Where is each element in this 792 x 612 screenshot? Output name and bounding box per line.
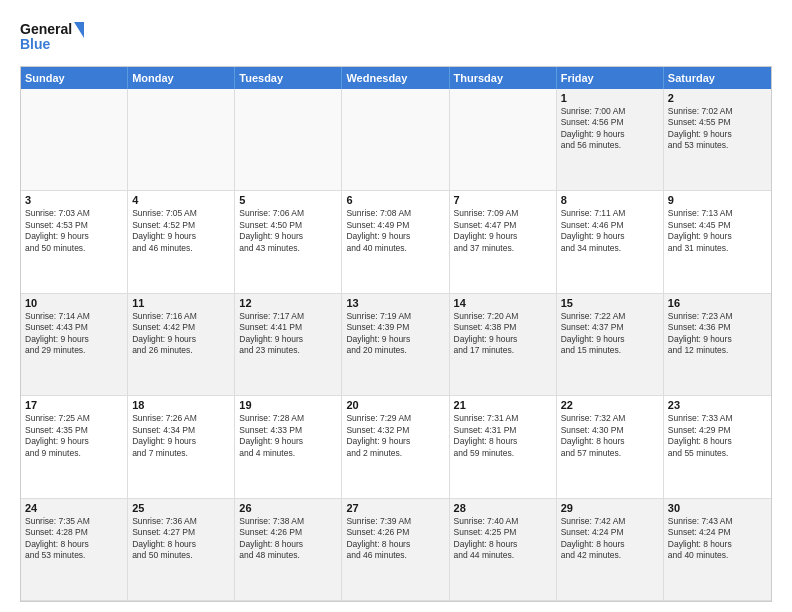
header-day-monday: Monday <box>128 67 235 89</box>
day-cell-12: 12Sunrise: 7:17 AM Sunset: 4:41 PM Dayli… <box>235 294 342 396</box>
day-cell-16: 16Sunrise: 7:23 AM Sunset: 4:36 PM Dayli… <box>664 294 771 396</box>
day-info: Sunrise: 7:39 AM Sunset: 4:26 PM Dayligh… <box>346 516 444 562</box>
day-number: 3 <box>25 194 123 206</box>
empty-cell <box>21 89 128 191</box>
svg-marker-2 <box>74 22 84 38</box>
day-info: Sunrise: 7:00 AM Sunset: 4:56 PM Dayligh… <box>561 106 659 152</box>
day-number: 12 <box>239 297 337 309</box>
day-info: Sunrise: 7:03 AM Sunset: 4:53 PM Dayligh… <box>25 208 123 254</box>
day-cell-20: 20Sunrise: 7:29 AM Sunset: 4:32 PM Dayli… <box>342 396 449 498</box>
day-cell-3: 3Sunrise: 7:03 AM Sunset: 4:53 PM Daylig… <box>21 191 128 293</box>
day-info: Sunrise: 7:40 AM Sunset: 4:25 PM Dayligh… <box>454 516 552 562</box>
day-info: Sunrise: 7:02 AM Sunset: 4:55 PM Dayligh… <box>668 106 767 152</box>
day-cell-10: 10Sunrise: 7:14 AM Sunset: 4:43 PM Dayli… <box>21 294 128 396</box>
header-day-wednesday: Wednesday <box>342 67 449 89</box>
day-number: 19 <box>239 399 337 411</box>
day-info: Sunrise: 7:16 AM Sunset: 4:42 PM Dayligh… <box>132 311 230 357</box>
day-cell-1: 1Sunrise: 7:00 AM Sunset: 4:56 PM Daylig… <box>557 89 664 191</box>
day-info: Sunrise: 7:14 AM Sunset: 4:43 PM Dayligh… <box>25 311 123 357</box>
header-day-friday: Friday <box>557 67 664 89</box>
day-cell-2: 2Sunrise: 7:02 AM Sunset: 4:55 PM Daylig… <box>664 89 771 191</box>
day-info: Sunrise: 7:22 AM Sunset: 4:37 PM Dayligh… <box>561 311 659 357</box>
day-info: Sunrise: 7:19 AM Sunset: 4:39 PM Dayligh… <box>346 311 444 357</box>
day-number: 9 <box>668 194 767 206</box>
day-info: Sunrise: 7:43 AM Sunset: 4:24 PM Dayligh… <box>668 516 767 562</box>
day-number: 28 <box>454 502 552 514</box>
day-number: 18 <box>132 399 230 411</box>
day-number: 5 <box>239 194 337 206</box>
day-number: 1 <box>561 92 659 104</box>
day-cell-18: 18Sunrise: 7:26 AM Sunset: 4:34 PM Dayli… <box>128 396 235 498</box>
day-cell-9: 9Sunrise: 7:13 AM Sunset: 4:45 PM Daylig… <box>664 191 771 293</box>
header-day-tuesday: Tuesday <box>235 67 342 89</box>
header-day-thursday: Thursday <box>450 67 557 89</box>
empty-cell <box>450 89 557 191</box>
day-cell-7: 7Sunrise: 7:09 AM Sunset: 4:47 PM Daylig… <box>450 191 557 293</box>
day-info: Sunrise: 7:08 AM Sunset: 4:49 PM Dayligh… <box>346 208 444 254</box>
day-info: Sunrise: 7:42 AM Sunset: 4:24 PM Dayligh… <box>561 516 659 562</box>
day-cell-27: 27Sunrise: 7:39 AM Sunset: 4:26 PM Dayli… <box>342 499 449 601</box>
day-cell-17: 17Sunrise: 7:25 AM Sunset: 4:35 PM Dayli… <box>21 396 128 498</box>
day-info: Sunrise: 7:17 AM Sunset: 4:41 PM Dayligh… <box>239 311 337 357</box>
logo-svg: GeneralBlue <box>20 16 90 58</box>
day-cell-22: 22Sunrise: 7:32 AM Sunset: 4:30 PM Dayli… <box>557 396 664 498</box>
logo: GeneralBlue <box>20 16 90 58</box>
day-number: 15 <box>561 297 659 309</box>
day-info: Sunrise: 7:13 AM Sunset: 4:45 PM Dayligh… <box>668 208 767 254</box>
day-info: Sunrise: 7:05 AM Sunset: 4:52 PM Dayligh… <box>132 208 230 254</box>
day-info: Sunrise: 7:11 AM Sunset: 4:46 PM Dayligh… <box>561 208 659 254</box>
day-info: Sunrise: 7:26 AM Sunset: 4:34 PM Dayligh… <box>132 413 230 459</box>
day-info: Sunrise: 7:38 AM Sunset: 4:26 PM Dayligh… <box>239 516 337 562</box>
day-info: Sunrise: 7:29 AM Sunset: 4:32 PM Dayligh… <box>346 413 444 459</box>
day-info: Sunrise: 7:31 AM Sunset: 4:31 PM Dayligh… <box>454 413 552 459</box>
day-info: Sunrise: 7:36 AM Sunset: 4:27 PM Dayligh… <box>132 516 230 562</box>
day-number: 16 <box>668 297 767 309</box>
day-number: 11 <box>132 297 230 309</box>
day-info: Sunrise: 7:06 AM Sunset: 4:50 PM Dayligh… <box>239 208 337 254</box>
page: GeneralBlue SundayMondayTuesdayWednesday… <box>0 0 792 612</box>
day-number: 4 <box>132 194 230 206</box>
day-cell-8: 8Sunrise: 7:11 AM Sunset: 4:46 PM Daylig… <box>557 191 664 293</box>
day-cell-19: 19Sunrise: 7:28 AM Sunset: 4:33 PM Dayli… <box>235 396 342 498</box>
day-number: 8 <box>561 194 659 206</box>
day-info: Sunrise: 7:33 AM Sunset: 4:29 PM Dayligh… <box>668 413 767 459</box>
day-info: Sunrise: 7:28 AM Sunset: 4:33 PM Dayligh… <box>239 413 337 459</box>
day-cell-29: 29Sunrise: 7:42 AM Sunset: 4:24 PM Dayli… <box>557 499 664 601</box>
day-number: 7 <box>454 194 552 206</box>
day-info: Sunrise: 7:35 AM Sunset: 4:28 PM Dayligh… <box>25 516 123 562</box>
day-cell-23: 23Sunrise: 7:33 AM Sunset: 4:29 PM Dayli… <box>664 396 771 498</box>
svg-text:General: General <box>20 21 72 37</box>
day-number: 21 <box>454 399 552 411</box>
day-cell-25: 25Sunrise: 7:36 AM Sunset: 4:27 PM Dayli… <box>128 499 235 601</box>
day-number: 17 <box>25 399 123 411</box>
calendar: SundayMondayTuesdayWednesdayThursdayFrid… <box>20 66 772 602</box>
day-info: Sunrise: 7:25 AM Sunset: 4:35 PM Dayligh… <box>25 413 123 459</box>
empty-cell <box>235 89 342 191</box>
day-number: 10 <box>25 297 123 309</box>
header: GeneralBlue <box>20 16 772 58</box>
day-info: Sunrise: 7:32 AM Sunset: 4:30 PM Dayligh… <box>561 413 659 459</box>
day-number: 22 <box>561 399 659 411</box>
day-info: Sunrise: 7:20 AM Sunset: 4:38 PM Dayligh… <box>454 311 552 357</box>
day-number: 6 <box>346 194 444 206</box>
day-number: 25 <box>132 502 230 514</box>
empty-cell <box>128 89 235 191</box>
day-info: Sunrise: 7:23 AM Sunset: 4:36 PM Dayligh… <box>668 311 767 357</box>
calendar-header: SundayMondayTuesdayWednesdayThursdayFrid… <box>21 67 771 89</box>
header-day-sunday: Sunday <box>21 67 128 89</box>
empty-cell <box>342 89 449 191</box>
day-cell-26: 26Sunrise: 7:38 AM Sunset: 4:26 PM Dayli… <box>235 499 342 601</box>
day-number: 24 <box>25 502 123 514</box>
day-cell-21: 21Sunrise: 7:31 AM Sunset: 4:31 PM Dayli… <box>450 396 557 498</box>
day-number: 26 <box>239 502 337 514</box>
header-day-saturday: Saturday <box>664 67 771 89</box>
day-number: 29 <box>561 502 659 514</box>
svg-text:Blue: Blue <box>20 36 51 52</box>
day-info: Sunrise: 7:09 AM Sunset: 4:47 PM Dayligh… <box>454 208 552 254</box>
day-cell-28: 28Sunrise: 7:40 AM Sunset: 4:25 PM Dayli… <box>450 499 557 601</box>
day-number: 30 <box>668 502 767 514</box>
day-cell-6: 6Sunrise: 7:08 AM Sunset: 4:49 PM Daylig… <box>342 191 449 293</box>
day-cell-4: 4Sunrise: 7:05 AM Sunset: 4:52 PM Daylig… <box>128 191 235 293</box>
day-cell-11: 11Sunrise: 7:16 AM Sunset: 4:42 PM Dayli… <box>128 294 235 396</box>
day-cell-13: 13Sunrise: 7:19 AM Sunset: 4:39 PM Dayli… <box>342 294 449 396</box>
